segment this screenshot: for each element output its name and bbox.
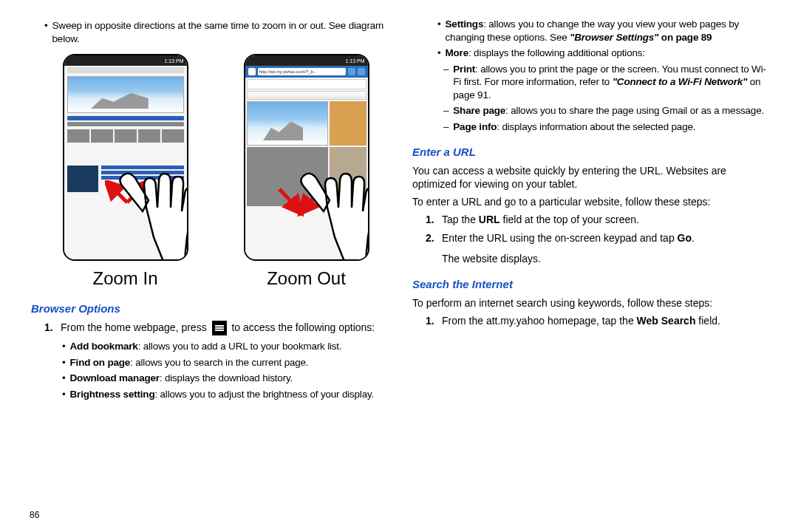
url-step-1: 1. Tap the URL field at the top of your … (426, 213, 767, 226)
option-add-bookmark: • Add bookmark: allows you to add a URL … (62, 340, 386, 353)
phone-mockup-zoom-out: 1:13 PM http://att.my.yahoo.com/?_b... (244, 54, 369, 261)
menu-icon (212, 321, 227, 335)
phone-statusbar: 1:13 PM (245, 55, 368, 66)
sub-option-page-info: – Page info: displays information about … (443, 120, 767, 134)
sub-option-print: – Print: allows you to print the page or… (443, 63, 767, 102)
zoom-diagrams: 1:13 PM (46, 54, 386, 290)
option-find-on-page: • Find on page: allows you to search in … (62, 356, 386, 369)
option-settings: • Settings: allows you to change the way… (437, 18, 767, 44)
enter-url-steps-intro: To enter a URL and go to a particular we… (412, 195, 767, 208)
sub-option-share-page: – Share page: allows you to share the pa… (443, 104, 767, 117)
url-step-2: 2. Enter the URL using the on-screen key… (426, 231, 767, 265)
news-image (247, 101, 328, 146)
option-brightness: • Brightness setting: allows you to adju… (62, 388, 386, 401)
left-column: • Sweep in opposite directions at the sa… (22, 15, 399, 517)
heading-enter-url: Enter a URL (412, 145, 767, 160)
phone-mockup-zoom-in: 1:13 PM (63, 54, 188, 261)
search-step-1: 1. From the att.my.yahoo homepage, tap t… (426, 314, 767, 327)
heading-search-internet: Search the Internet (412, 277, 767, 292)
zoom-out-diagram: 1:13 PM http://att.my.yahoo.com/?_b... (244, 54, 369, 290)
spread-arrows-icon (105, 180, 149, 220)
intro-text: Sweep in opposite directions at the same… (52, 19, 386, 45)
zoom-in-diagram: 1:13 PM (63, 54, 188, 290)
phone-urlbar: http://att.my.yahoo.com/?_b... (245, 66, 368, 78)
intro-bullet: • Sweep in opposite directions at the sa… (44, 19, 386, 45)
news-image (67, 76, 184, 113)
page-number: 86 (30, 510, 39, 522)
browser-options-step-1: 1. From the home webpage, press to acces… (44, 321, 386, 335)
zoom-out-label: Zoom Out (267, 267, 346, 290)
zoom-in-label: Zoom In (92, 267, 157, 290)
option-more: • More: displays the following additiona… (437, 47, 767, 60)
search-intro: To perform an internet search using keyw… (412, 296, 767, 310)
option-download-manager: • Download manager: displays the downloa… (62, 372, 386, 385)
right-column: • Settings: allows you to change the way… (399, 15, 776, 517)
enter-url-intro: You can access a website quickly by ente… (412, 164, 767, 191)
phone-statusbar: 1:13 PM (64, 55, 187, 66)
heading-browser-options: Browser Options (31, 301, 386, 316)
pinch-arrows-icon (275, 185, 327, 228)
